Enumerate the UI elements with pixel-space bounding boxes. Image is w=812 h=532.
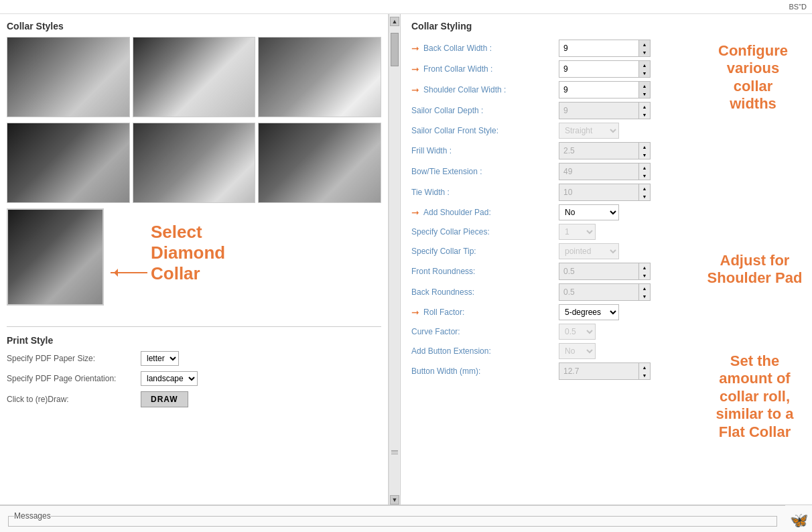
messages-legend: Messages — [14, 511, 51, 521]
spinner-down-6: ▼ — [639, 172, 650, 180]
annot-roll-factor: Set theamount ofcollar roll,similar to a… — [703, 352, 807, 441]
arrow-icon-0: ➞ — [411, 43, 419, 54]
spinner-input-0[interactable] — [559, 40, 639, 57]
form-row-5: Frill Width :▲▼ — [411, 142, 801, 159]
spinner-btns-1: ▲▼ — [639, 60, 651, 78]
spinner-down-5: ▼ — [639, 151, 650, 159]
bottom-section: Messages 🦋 — [0, 505, 812, 532]
form-row-9: Specify Collar Pieces:1 — [411, 224, 801, 240]
spinner-wrap-3: ▲▼ — [559, 102, 651, 119]
pdf-paper-size-label: Specify PDF Paper Size: — [7, 354, 141, 363]
annot-shoulder-pad: Adjust forShoulder Pad — [703, 252, 807, 287]
spinner-wrap-16: ▲▼ — [559, 362, 651, 380]
form-label-0: ➞Back Collar Width : — [411, 43, 559, 54]
collar-styles-title: Collar Styles — [7, 21, 381, 31]
collar-img-placeholder-3 — [259, 38, 381, 117]
collar-img-placeholder-6 — [259, 123, 381, 202]
collar-img-4[interactable] — [7, 123, 130, 203]
collar-img-1[interactable] — [7, 37, 130, 117]
spinner-down-16: ▼ — [639, 371, 650, 379]
form-label-6: Bow/Tie Extension : — [411, 167, 559, 176]
select-10: pointed — [559, 243, 619, 259]
spinner-wrap-2: ▲▼ — [559, 81, 651, 98]
spinner-wrap-12: ▲▼ — [559, 283, 651, 301]
spinner-btns-2: ▲▼ — [639, 81, 651, 98]
collar-selected-img[interactable] — [7, 208, 104, 306]
print-style-title: Print Style — [7, 335, 381, 346]
pdf-orientation-select[interactable]: landscape portrait — [141, 371, 198, 386]
spinner-up-16: ▲ — [639, 363, 650, 371]
spinner-down-12: ▼ — [639, 292, 650, 300]
arrow-icon-1: ➞ — [411, 64, 419, 74]
form-label-10: Specify Collar Tip: — [411, 247, 559, 256]
spinner-btns-0: ▲▼ — [639, 40, 651, 57]
select-small-14: 0.5 — [559, 324, 596, 340]
collar-grid-top — [7, 37, 381, 117]
spinner-input-2[interactable] — [559, 81, 639, 98]
pdf-orientation-row: Specify PDF Page Orientation: landscape … — [7, 371, 381, 386]
collar-img-placeholder-4 — [7, 123, 129, 202]
spinner-up-7: ▲ — [639, 184, 650, 192]
spinner-down-11: ▼ — [639, 271, 650, 279]
scroll-line-1 — [391, 450, 398, 451]
form-label-12: Back Roundness: — [411, 287, 559, 297]
spinner-wrap-0: ▲▼ — [559, 40, 651, 57]
form-label-2: ➞Shoulder Collar Width : — [411, 84, 559, 95]
redraw-row: Click to (re)Draw: Draw — [7, 391, 381, 407]
draw-button[interactable]: Draw — [141, 391, 188, 407]
spinner-down-7: ▼ — [639, 192, 650, 200]
select-arrow-line — [111, 272, 147, 273]
collar-img-6[interactable] — [258, 123, 381, 203]
collar-img-5[interactable] — [133, 123, 256, 203]
collar-img-placeholder-5 — [133, 123, 255, 202]
scroll-down-btn[interactable]: ▼ — [390, 495, 399, 505]
spinner-btns-6: ▲▼ — [639, 163, 651, 180]
butterfly-area: 🦋 — [785, 505, 812, 532]
spinner-up-0[interactable]: ▲ — [639, 40, 650, 48]
spinner-up-6: ▲ — [639, 163, 650, 172]
messages-section: Messages — [0, 505, 785, 532]
form-label-4: Sailor Collar Front Style: — [411, 126, 559, 135]
pdf-paper-size-select[interactable]: letter A4 legal — [141, 351, 179, 366]
spinner-up-3: ▲ — [639, 103, 650, 111]
spinner-input-6 — [559, 163, 639, 180]
butterfly-icon: 🦋 — [790, 512, 808, 529]
print-section: Print Style Specify PDF Paper Size: lett… — [7, 326, 381, 407]
spinner-up-2[interactable]: ▲ — [639, 82, 650, 90]
arrow-icon-8: ➞ — [411, 207, 419, 218]
spinner-wrap-6: ▲▼ — [559, 163, 651, 180]
top-bar: BS"D — [0, 0, 812, 14]
spinner-up-5: ▲ — [639, 143, 650, 151]
select-8[interactable]: No — [559, 204, 619, 220]
collar-selected-row: Select Diamond Collar — [7, 208, 381, 316]
spinner-up-1[interactable]: ▲ — [639, 61, 650, 69]
spinner-input-1[interactable] — [559, 60, 639, 78]
main-container: BS"D Collar Styles — [0, 0, 812, 532]
messages-fieldset: Messages — [8, 511, 777, 527]
form-label-8: ➞Add Shoulder Pad: — [411, 207, 559, 218]
scroll-up-btn[interactable]: ▲ — [390, 17, 399, 26]
collar-img-placeholder-1 — [7, 38, 129, 117]
select-small-15: No — [559, 343, 596, 359]
select-13[interactable]: 5-degrees — [559, 304, 619, 320]
collar-img-2[interactable] — [133, 37, 256, 117]
form-row-13: ➞Roll Factor:5-degrees — [411, 304, 801, 320]
collar-img-3[interactable] — [258, 37, 381, 117]
spinner-input-5 — [559, 142, 639, 159]
scrollbar-track[interactable]: ▲ ▼ — [389, 14, 401, 505]
spinner-down-3: ▼ — [639, 111, 650, 119]
spinner-input-11 — [559, 263, 639, 280]
spinner-btns-7: ▲▼ — [639, 184, 651, 201]
spinner-down-0[interactable]: ▼ — [639, 48, 650, 56]
scroll-thumb[interactable] — [391, 33, 399, 66]
spinner-btns-12: ▲▼ — [639, 283, 651, 301]
spinner-wrap-5: ▲▼ — [559, 142, 651, 159]
form-label-14: Curve Factor: — [411, 327, 559, 336]
spinner-btns-3: ▲▼ — [639, 102, 651, 119]
form-row-4: Sailor Collar Front Style:Straight — [411, 123, 801, 139]
spinner-down-1[interactable]: ▼ — [639, 69, 650, 77]
annot-collar-widths: Configurevariouscollarwidths — [699, 42, 807, 113]
pdf-paper-size-row: Specify PDF Paper Size: letter A4 legal — [7, 351, 381, 366]
spinner-down-2[interactable]: ▼ — [639, 90, 650, 98]
spinner-btns-5: ▲▼ — [639, 142, 651, 159]
